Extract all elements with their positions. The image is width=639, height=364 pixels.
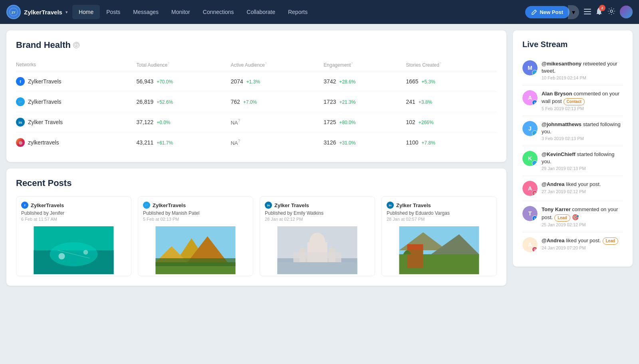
stream-text: @johnmatthews started following you.: [542, 121, 623, 135]
stream-avatar: K 🐦: [522, 151, 538, 166]
stream-avatar: M 🐦: [522, 60, 538, 75]
stream-text: Alan Bryson commented on your wall postC…: [542, 90, 623, 105]
col-networks: Networks: [16, 58, 136, 71]
network-badge-icon: f: [532, 216, 538, 221]
main-content: Brand Health ⓘ Networks Total Audience? …: [0, 24, 639, 292]
list-item: M 🐦 @mikesanthony retweeted your tweet. …: [522, 55, 623, 85]
active-audience-cell: NA?: [231, 112, 324, 133]
list-item: A f Alan Bryson commented on your wall p…: [522, 85, 623, 116]
svg-point-21: [310, 233, 325, 252]
nav-home[interactable]: Home: [72, 5, 100, 19]
nav-collaborate[interactable]: Collaborate: [240, 0, 282, 24]
stream-time: 24 Jan 2019 07:20 PM: [542, 245, 623, 250]
recent-posts-card: Recent Posts f ZylkerTravels Published b…: [6, 168, 506, 286]
notification-badge: 2: [599, 5, 605, 11]
list-item: J 🐦 @johnmatthews started following you.…: [522, 116, 623, 146]
stream-text: @Andrea liked your post.Lead: [542, 237, 623, 245]
post-card[interactable]: in Zylker Travels Published by Emily Wat…: [260, 196, 375, 276]
network-badge-icon: f: [532, 100, 538, 105]
engagement-cell: 1723 +21.3%: [323, 92, 406, 112]
engagement-cell: 3742 +28.6%: [323, 71, 406, 92]
stream-time: 5 Feb 2019 02:13 PM: [542, 106, 623, 111]
stories-cell: 1665 +5.3%: [406, 71, 497, 92]
svg-rect-3: [584, 11, 591, 12]
new-post-button[interactable]: New Post: [525, 6, 570, 18]
nav-monitor[interactable]: Monitor: [165, 0, 196, 24]
network-badge-icon: ◎: [532, 190, 538, 196]
stream-content: @Andrea liked your post. 27 Jan 2019 02:…: [542, 181, 623, 196]
pencil-icon: [532, 9, 537, 15]
stream-time: 3 Feb 2019 02:13 PM: [542, 136, 623, 141]
brand-health-info-icon[interactable]: ⓘ: [73, 42, 79, 48]
active-audience-cell: 762 +7.0%: [231, 92, 324, 112]
total-audience-cell: 26,819 +52.6%: [136, 92, 230, 112]
svg-rect-17: [156, 258, 236, 266]
svg-point-10: [83, 250, 88, 255]
table-row: in Zylker Travels 37,122 +0.0% NA? 1725 …: [16, 112, 497, 133]
list-item: A ◎ @Andrea liked your post.Lead 24 Jan …: [522, 232, 623, 257]
live-stream-title: Live Stream: [522, 40, 623, 49]
nav-posts[interactable]: Posts: [100, 0, 127, 24]
network-cell: 🐦 ZylkerTravels: [16, 92, 136, 112]
lead-badge: Lead: [603, 237, 618, 245]
brand-logo[interactable]: ZT ZylkerTravels ▾: [6, 5, 67, 19]
network-cell: f ZylkerTravels: [16, 71, 136, 92]
stream-content: Alan Bryson commented on your wall postC…: [542, 90, 623, 111]
navbar: ZT ZylkerTravels ▾ Home Posts Messages M…: [0, 0, 639, 24]
stream-content: @johnmatthews started following you. 3 F…: [542, 121, 623, 141]
nav-reports[interactable]: Reports: [282, 0, 314, 24]
stories-cell: 1100 +7.8%: [406, 133, 497, 153]
active-audience-cell: 2074 +1.3%: [231, 71, 324, 92]
network-cell: ◎ zylkertravels: [16, 133, 136, 153]
right-panel: Live Stream M 🐦 @mikesanthony retweeted …: [513, 30, 633, 286]
nav-links: Home Posts Messages Monitor Connections …: [72, 0, 526, 24]
post-card[interactable]: f ZylkerTravels Published by Jenifer 6 F…: [16, 196, 131, 276]
svg-text:ZT: ZT: [12, 11, 16, 14]
svg-point-9: [59, 253, 65, 259]
stream-text: Tony Karrer commented on your post.Lead🎯: [542, 206, 623, 221]
col-engagement: Engagement?: [323, 58, 406, 71]
svg-rect-4: [584, 14, 591, 14]
table-row: 🐦 ZylkerTravels 26,819 +52.6% 762 +7.0% …: [16, 92, 497, 112]
stream-time: 27 Jan 2019 02:12 PM: [542, 189, 623, 194]
engagement-cell: 1725 +80.0%: [323, 112, 406, 133]
network-badge-icon: 🐦: [532, 160, 538, 166]
network-badge-icon: ◎: [532, 247, 538, 252]
live-stream-card: Live Stream M 🐦 @mikesanthony retweeted …: [513, 30, 633, 267]
menu-icon[interactable]: [584, 8, 591, 16]
total-audience-cell: 37,122 +0.0%: [136, 112, 230, 133]
stream-text: @mikesanthony retweeted your tweet.: [542, 60, 623, 75]
left-panel: Brand Health ⓘ Networks Total Audience? …: [6, 30, 506, 286]
table-row: ◎ zylkertravels 43,211 +61.7% NA? 3126 +…: [16, 133, 497, 153]
logo-icon: ZT: [6, 5, 21, 19]
table-row: f ZylkerTravels 56,943 +70.0% 2074 +1.3%…: [16, 71, 497, 92]
brand-health-table: Networks Total Audience? Active Audience…: [16, 58, 497, 152]
notifications-icon[interactable]: 2: [596, 7, 603, 17]
post-card[interactable]: in Zylker Travels Published by Eduardo V…: [381, 196, 497, 276]
user-avatar[interactable]: [620, 6, 633, 18]
nav-messages[interactable]: Messages: [127, 0, 165, 24]
svg-rect-24: [294, 252, 341, 262]
network-cell: in Zylker Travels: [16, 112, 136, 133]
active-audience-cell: NA?: [231, 133, 324, 153]
posts-grid: f ZylkerTravels Published by Jenifer 6 F…: [16, 196, 497, 276]
post-card[interactable]: 🐦 ZylkerTravels Published by Manish Pate…: [138, 196, 253, 276]
svg-point-5: [610, 10, 613, 12]
stream-avatar: T f: [522, 206, 538, 221]
stream-avatar: A ◎: [522, 181, 538, 196]
engagement-cell: 3126 +31.0%: [323, 133, 406, 153]
stream-content: @KevinChieff started following you. 29 J…: [542, 151, 623, 171]
stream-time: 29 Jan 2019 02:13 PM: [542, 166, 623, 171]
stream-text: @KevinChieff started following you.: [542, 151, 623, 165]
svg-rect-2: [584, 9, 591, 10]
stream-text: @Andrea liked your post.: [542, 181, 623, 188]
new-post-dropdown[interactable]: ▾: [568, 5, 579, 19]
nav-connections[interactable]: Connections: [196, 0, 240, 24]
list-item: A ◎ @Andrea liked your post. 27 Jan 2019…: [522, 176, 623, 201]
total-audience-cell: 43,211 +61.7%: [136, 133, 230, 153]
brand-health-card: Brand Health ⓘ Networks Total Audience? …: [6, 30, 506, 162]
network-badge-icon: 🐦: [532, 131, 538, 136]
stream-avatar: A f: [522, 90, 538, 105]
settings-icon[interactable]: [608, 8, 615, 17]
stream-avatar: A ◎: [522, 237, 538, 252]
